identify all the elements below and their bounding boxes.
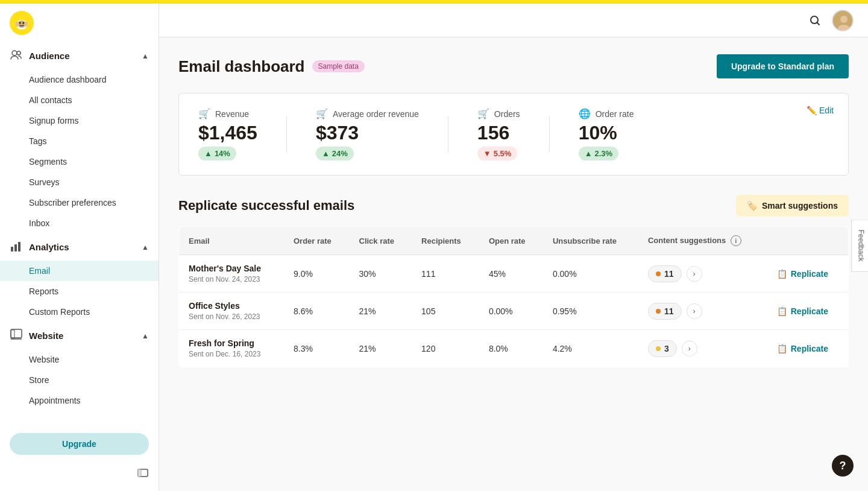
col-content-suggestions: Content suggestions i xyxy=(638,227,767,255)
suggestion-dot-orange-icon xyxy=(656,271,661,276)
email-date: Sent on Dec. 16, 2023 xyxy=(189,350,274,358)
click-rate-cell: 30% xyxy=(350,255,412,293)
sidebar-item-email[interactable]: Email xyxy=(0,261,159,281)
metrics-card: 🛒 Revenue $1,465 ▲ 14% 🛒 Average order r… xyxy=(178,93,849,176)
table-row: Fresh for Spring Sent on Dec. 16, 2023 8… xyxy=(179,330,849,367)
revenue-value: $1,465 xyxy=(198,122,257,144)
replicate-icon-2: 📋 xyxy=(777,306,787,316)
svg-point-18 xyxy=(840,16,848,23)
bulb-icon: 🏷️ xyxy=(747,201,757,211)
sidebar-item-all-contacts[interactable]: All contacts xyxy=(0,90,159,110)
svg-point-4 xyxy=(23,22,25,24)
col-order-rate: Order rate xyxy=(284,227,350,255)
svg-point-5 xyxy=(16,22,19,27)
click-rate-cell: 21% xyxy=(350,330,412,367)
unsubscribe-rate-cell: 0.95% xyxy=(543,293,638,330)
edit-metrics-link[interactable]: ✏️ Edit xyxy=(807,106,834,115)
sidebar-item-tags[interactable]: Tags xyxy=(0,131,159,151)
sidebar-item-website[interactable]: Website xyxy=(0,349,159,370)
help-button[interactable]: ? xyxy=(832,455,854,477)
website-chevron-icon: ▲ xyxy=(142,332,149,340)
orders-value: 156 xyxy=(477,122,520,144)
smart-suggestions-button[interactable]: 🏷️ Smart suggestions xyxy=(736,195,849,217)
search-button[interactable] xyxy=(805,11,825,30)
sidebar-item-appointments[interactable]: Appointments xyxy=(0,390,159,411)
metric-divider-3 xyxy=(549,116,550,153)
website-section: Website ▲ Website Store Appointments xyxy=(0,322,159,411)
suggestions-expand-button[interactable]: › xyxy=(687,266,702,282)
suggestion-badge-3: 3 xyxy=(648,340,677,357)
main-header xyxy=(159,4,868,37)
replicate-button[interactable]: 📋 Replicate xyxy=(777,269,828,279)
metric-order-rate: 🌐 Order rate 10% ▲ 2.3% xyxy=(579,108,634,160)
email-name: Office Styles xyxy=(189,301,274,311)
orders-change: ▼ 5.5% xyxy=(477,147,518,160)
emails-section-header: Replicate successful emails 🏷️ Smart sug… xyxy=(178,195,849,217)
avatar[interactable] xyxy=(832,10,854,31)
open-rate-cell: 45% xyxy=(479,255,543,293)
unsubscribe-rate-cell: 4.2% xyxy=(543,330,638,367)
edit-icon: ✏️ xyxy=(807,106,817,115)
order-rate-change: ▲ 2.3% xyxy=(579,147,619,160)
table-row: Mother's Day Sale Sent on Nov. 24, 2023 … xyxy=(179,255,849,293)
recipients-cell: 111 xyxy=(412,255,479,293)
recipients-cell: 120 xyxy=(412,330,479,367)
col-recipients: Recipients xyxy=(412,227,479,255)
suggestion-dot-yellow-icon xyxy=(656,346,661,351)
collapse-sidebar-button[interactable] xyxy=(0,462,159,484)
analytics-chevron-icon: ▲ xyxy=(142,243,149,252)
cart-icon-3: 🛒 xyxy=(477,108,489,119)
cart-icon-2: 🛒 xyxy=(316,108,328,119)
suggestions-expand-button-3[interactable]: › xyxy=(682,341,697,356)
upgrade-to-standard-button[interactable]: Upgrade to Standard plan xyxy=(717,54,849,78)
open-rate-cell: 8.0% xyxy=(479,330,543,367)
sidebar-item-segments[interactable]: Segments xyxy=(0,151,159,172)
search-icon xyxy=(809,14,821,27)
suggestions-cell: 11 › xyxy=(648,265,758,282)
website-section-header[interactable]: Website ▲ xyxy=(0,322,159,349)
audience-section-header[interactable]: Audience ▲ xyxy=(0,42,159,69)
up-arrow-icon-2: ▲ xyxy=(322,149,330,158)
svg-point-7 xyxy=(12,51,17,55)
col-email: Email xyxy=(179,227,284,255)
order-rate-icon: 🌐 xyxy=(579,108,591,119)
website-label: Website xyxy=(29,331,63,341)
feedback-tab[interactable]: Feedback xyxy=(852,220,868,272)
order-rate-cell: 8.3% xyxy=(284,330,350,367)
upgrade-button[interactable]: Upgrade xyxy=(10,433,149,455)
sidebar-item-reports[interactable]: Reports xyxy=(0,281,159,302)
up-arrow-icon: ▲ xyxy=(204,149,212,158)
avg-order-change: ▲ 24% xyxy=(316,147,354,160)
analytics-icon xyxy=(10,239,23,255)
suggestions-expand-button-2[interactable]: › xyxy=(687,303,702,319)
email-date: Sent on Nov. 24, 2023 xyxy=(189,275,274,284)
svg-rect-9 xyxy=(11,247,13,252)
sidebar-item-store[interactable]: Store xyxy=(0,370,159,390)
metric-orders: 🛒 Orders 156 ▼ 5.5% xyxy=(477,108,520,160)
sidebar-item-custom-reports[interactable]: Custom Reports xyxy=(0,302,159,322)
replicate-button-2[interactable]: 📋 Replicate xyxy=(777,306,828,316)
replicate-button-3[interactable]: 📋 Replicate xyxy=(777,344,828,353)
metric-revenue: 🛒 Revenue $1,465 ▲ 14% xyxy=(198,108,257,160)
email-date: Sent on Nov. 26, 2023 xyxy=(189,312,274,321)
up-arrow-icon-3: ▲ xyxy=(585,149,593,158)
col-open-rate: Open rate xyxy=(479,227,543,255)
audience-section: Audience ▲ Audience dashboard All contac… xyxy=(0,42,159,233)
sidebar-item-subscriber-preferences[interactable]: Subscriber preferences xyxy=(0,192,159,213)
analytics-label: Analytics xyxy=(29,242,69,252)
unsubscribe-rate-cell: 0.00% xyxy=(543,255,638,293)
svg-rect-15 xyxy=(138,469,141,477)
svg-point-6 xyxy=(24,22,28,27)
sidebar-item-surveys[interactable]: Surveys xyxy=(0,172,159,192)
order-rate-value: 10% xyxy=(579,122,634,144)
svg-point-8 xyxy=(17,51,20,55)
sidebar-item-audience-dashboard[interactable]: Audience dashboard xyxy=(0,69,159,90)
content-suggestions-info-icon[interactable]: i xyxy=(731,235,741,246)
sidebar-item-inbox[interactable]: Inbox xyxy=(0,213,159,233)
sidebar-item-signup-forms[interactable]: Signup forms xyxy=(0,110,159,131)
analytics-section-header[interactable]: Analytics ▲ xyxy=(0,233,159,261)
click-rate-cell: 21% xyxy=(350,293,412,330)
mailchimp-logo-icon xyxy=(10,11,34,35)
audience-label: Audience xyxy=(29,51,70,61)
sample-data-badge: Sample data xyxy=(312,60,365,72)
